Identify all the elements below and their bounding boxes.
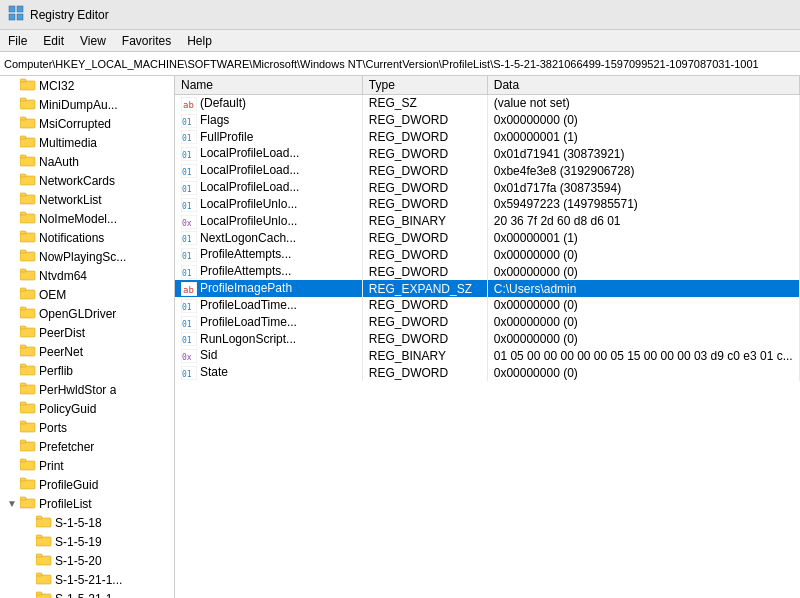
- col-name: Name: [175, 76, 362, 95]
- table-row[interactable]: 01 LocalProfileLoad...REG_DWORD0x01d7194…: [175, 145, 800, 162]
- tree-item[interactable]: NoImeModel...: [0, 209, 174, 228]
- tree-item[interactable]: S-1-5-20: [0, 551, 174, 570]
- tree-item[interactable]: PolicyGuid: [0, 399, 174, 418]
- menu-favorites[interactable]: Favorites: [114, 32, 179, 50]
- tree-item[interactable]: PerHwldStor a: [0, 380, 174, 399]
- svg-text:01: 01: [182, 202, 192, 211]
- tree-item[interactable]: S-1-5-19: [0, 532, 174, 551]
- tree-item[interactable]: OEM: [0, 285, 174, 304]
- svg-rect-52: [36, 537, 51, 546]
- cell-name: 01 ProfileAttempts...: [175, 246, 362, 263]
- tree-item-label: ProfileGuid: [39, 478, 98, 492]
- table-row[interactable]: 0x LocalProfileUnlo...REG_BINARY20 36 7f…: [175, 213, 800, 230]
- svg-rect-8: [20, 119, 35, 128]
- svg-rect-38: [20, 404, 35, 413]
- menu-view[interactable]: View: [72, 32, 114, 50]
- cell-data: 0xbe4fe3e8 (3192906728): [487, 162, 799, 179]
- tree-pane[interactable]: MCI32 MiniDumpAu... MsiCorrupted Multime…: [0, 76, 175, 598]
- svg-rect-54: [36, 556, 51, 565]
- tree-item[interactable]: MCI32: [0, 76, 174, 95]
- table-row[interactable]: ab (Default)REG_SZ(value not set): [175, 95, 800, 112]
- tree-item-label: MsiCorrupted: [39, 117, 111, 131]
- table-row[interactable]: 01 LocalProfileLoad...REG_DWORD0xbe4fe3e…: [175, 162, 800, 179]
- menu-edit[interactable]: Edit: [35, 32, 72, 50]
- cell-type: REG_DWORD: [362, 246, 487, 263]
- cell-type: REG_DWORD: [362, 263, 487, 280]
- tree-item[interactable]: Print: [0, 456, 174, 475]
- cell-name: 01 LocalProfileLoad...: [175, 162, 362, 179]
- tree-item[interactable]: MiniDumpAu...: [0, 95, 174, 114]
- tree-item[interactable]: PeerDist: [0, 323, 174, 342]
- cell-name: 01 Flags: [175, 112, 362, 129]
- table-row[interactable]: 01 RunLogonScript...REG_DWORD0x00000000 …: [175, 331, 800, 348]
- tree-item[interactable]: MsiCorrupted: [0, 114, 174, 133]
- address-bar: Computer\HKEY_LOCAL_MACHINE\SOFTWARE\Mic…: [0, 52, 800, 76]
- table-row[interactable]: 01 LocalProfileLoad...REG_DWORD0x01d717f…: [175, 179, 800, 196]
- svg-rect-4: [20, 81, 35, 90]
- tree-item-label: PeerDist: [39, 326, 85, 340]
- tree-item[interactable]: Notifications: [0, 228, 174, 247]
- cell-data: 20 36 7f 2d 60 d8 d6 01: [487, 213, 799, 230]
- cell-type: REG_DWORD: [362, 112, 487, 129]
- tree-item[interactable]: Multimedia: [0, 133, 174, 152]
- svg-text:01: 01: [182, 134, 192, 143]
- cell-type: REG_DWORD: [362, 364, 487, 381]
- tree-item[interactable]: Prefetcher: [0, 437, 174, 456]
- tree-item[interactable]: Ntvdm64: [0, 266, 174, 285]
- cell-data: 0x00000000 (0): [487, 246, 799, 263]
- tree-item[interactable]: S-1-5-21-1...: [0, 570, 174, 589]
- tree-item[interactable]: S-1-5-21-1...: [0, 589, 174, 598]
- tree-item[interactable]: ProfileGuid: [0, 475, 174, 494]
- cell-type: REG_DWORD: [362, 331, 487, 348]
- table-row[interactable]: 01 ProfileAttempts...REG_DWORD0x00000000…: [175, 246, 800, 263]
- tree-item[interactable]: Ports: [0, 418, 174, 437]
- svg-text:01: 01: [182, 269, 192, 278]
- table-row[interactable]: 01 ProfileLoadTime...REG_DWORD0x00000000…: [175, 314, 800, 331]
- tree-item[interactable]: OpenGLDriver: [0, 304, 174, 323]
- table-row[interactable]: 01 StateREG_DWORD0x00000000 (0): [175, 364, 800, 381]
- cell-data: 0x00000000 (0): [487, 263, 799, 280]
- folder-icon: [20, 267, 36, 284]
- table-row[interactable]: 01 ProfileLoadTime...REG_DWORD0x00000000…: [175, 297, 800, 314]
- menu-help[interactable]: Help: [179, 32, 220, 50]
- svg-rect-49: [20, 497, 26, 500]
- tree-item[interactable]: NaAuth: [0, 152, 174, 171]
- svg-rect-3: [17, 14, 23, 20]
- svg-rect-26: [20, 290, 35, 299]
- svg-rect-13: [20, 155, 26, 158]
- svg-text:01: 01: [182, 252, 192, 261]
- table-row[interactable]: 01 NextLogonCach...REG_DWORD0x00000001 (…: [175, 230, 800, 247]
- table-row[interactable]: 01 ProfileAttempts...REG_DWORD0x00000000…: [175, 263, 800, 280]
- table-row[interactable]: 01 LocalProfileUnlo...REG_DWORD0x5949722…: [175, 196, 800, 213]
- tree-item-label: Ports: [39, 421, 67, 435]
- svg-rect-37: [20, 383, 26, 386]
- svg-rect-28: [20, 309, 35, 318]
- table-row[interactable]: 0x SidREG_BINARY01 05 00 00 00 00 00 05 …: [175, 347, 800, 364]
- table-row[interactable]: 01 FullProfileREG_DWORD0x00000001 (1): [175, 129, 800, 146]
- cell-data: C:\Users\admin: [487, 280, 799, 297]
- table-row[interactable]: ab ProfileImagePathREG_EXPAND_SZC:\Users…: [175, 280, 800, 297]
- svg-rect-16: [20, 195, 35, 204]
- tree-item[interactable]: ▼ ProfileList: [0, 494, 174, 513]
- tree-item[interactable]: PeerNet: [0, 342, 174, 361]
- tree-item[interactable]: Perflib: [0, 361, 174, 380]
- tree-item[interactable]: NowPlayingSc...: [0, 247, 174, 266]
- tree-item-label: Multimedia: [39, 136, 97, 150]
- tree-item-label: ProfileList: [39, 497, 92, 511]
- svg-rect-39: [20, 402, 26, 405]
- svg-rect-42: [20, 442, 35, 451]
- main-content: MCI32 MiniDumpAu... MsiCorrupted Multime…: [0, 76, 800, 598]
- svg-rect-10: [20, 138, 35, 147]
- table-row[interactable]: 01 FlagsREG_DWORD0x00000000 (0): [175, 112, 800, 129]
- cell-data: 0x00000001 (1): [487, 230, 799, 247]
- menu-file[interactable]: File: [0, 32, 35, 50]
- tree-item[interactable]: NetworkCards: [0, 171, 174, 190]
- svg-rect-36: [20, 385, 35, 394]
- tree-item[interactable]: NetworkList: [0, 190, 174, 209]
- tree-item-label: PolicyGuid: [39, 402, 96, 416]
- svg-rect-11: [20, 136, 26, 139]
- folder-icon: [20, 77, 36, 94]
- folder-icon: [20, 324, 36, 341]
- tree-item-label: S-1-5-19: [55, 535, 102, 549]
- tree-item[interactable]: S-1-5-18: [0, 513, 174, 532]
